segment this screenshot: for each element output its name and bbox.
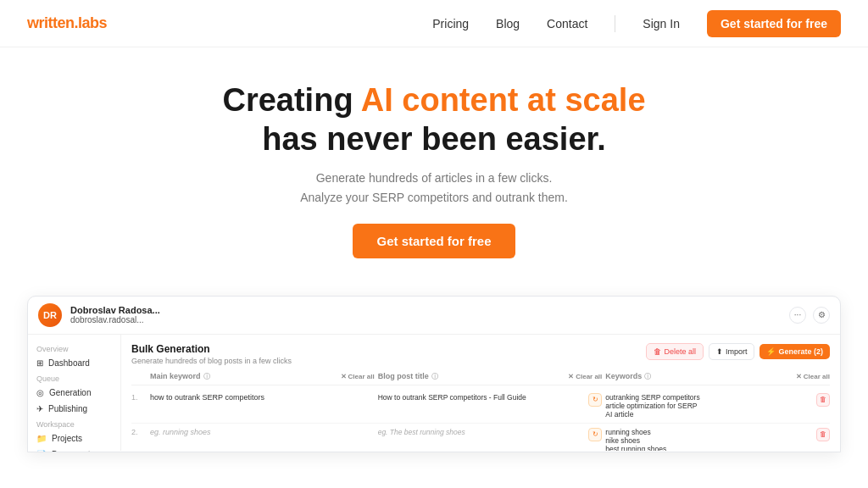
app-body: Overview ⊞ Dashboard Queue ◎ Generation …: [28, 335, 840, 451]
keyword-item: AI article: [605, 410, 699, 419]
generation-icon: ◎: [36, 388, 44, 397]
main-nav: Pricing Blog Contact Sign In Get started…: [432, 10, 841, 37]
keyword-item: outranking SERP competitors: [605, 393, 699, 402]
sidebar-item-generation[interactable]: ◎ Generation: [28, 385, 120, 401]
row-delete-button[interactable]: 🗑: [816, 393, 830, 407]
col-keyword-header: Main keyword ⓘ ✕ Clear all: [150, 372, 375, 381]
row-number: 2.: [131, 428, 147, 436]
col2-info-icon: ⓘ: [431, 372, 438, 381]
col-title-header: Blog post title ⓘ ✕ Clear all: [378, 372, 603, 381]
sidebar-item-publishing[interactable]: ✈ Publishing: [28, 401, 120, 417]
bulk-description: Generate hundreds of blog posts in a few…: [131, 357, 292, 365]
app-bar-user: Dobroslav Radosa... dobroslav.radosal...: [70, 305, 781, 324]
app-preview: DR Dobroslav Radosa... dobroslav.radosal…: [27, 296, 841, 452]
nav-contact[interactable]: Contact: [547, 17, 587, 30]
app-main: Bulk Generation Generate hundreds of blo…: [121, 335, 840, 451]
hero-subtitle: Generate hundreds of articles in a few c…: [17, 169, 851, 207]
keyword-item: nike shoes: [605, 436, 666, 445]
hero-title-orange: AI content at scale: [361, 82, 646, 118]
row-keyword: how to outrank SERP competitors: [150, 393, 375, 402]
logo: written.labs: [27, 14, 107, 32]
keyword-item: running shoes: [605, 428, 666, 436]
trash-icon: 🗑: [654, 347, 661, 356]
logo-labs: labs: [78, 14, 107, 31]
row-keywords-cell: running shoes nike shoes best running sh…: [605, 428, 830, 451]
dashboard-icon: ⊞: [36, 358, 43, 368]
row-action-button[interactable]: ↻: [588, 393, 602, 407]
nav-divider: [615, 15, 615, 32]
keywords-list: running shoes nike shoes best running sh…: [605, 428, 666, 451]
hero-title: Creating AI content at scale has never b…: [17, 81, 851, 158]
hero-section: Creating AI content at scale has never b…: [0, 47, 868, 279]
row-number: 1.: [131, 393, 147, 402]
bulk-header: Bulk Generation Generate hundreds of blo…: [131, 343, 830, 365]
app-bar: DR Dobroslav Radosa... dobroslav.radosal…: [28, 297, 840, 335]
dots-icon[interactable]: ···: [789, 307, 806, 324]
col3-info-icon: ⓘ: [644, 372, 651, 381]
clear-icon3: ✕: [796, 373, 802, 380]
row-delete-button[interactable]: 🗑: [816, 428, 830, 441]
nav-blog[interactable]: Blog: [496, 17, 520, 30]
col1-info-icon: ⓘ: [203, 372, 210, 381]
bulk-actions: 🗑 Delete all ⬆ Import ⚡ Generate (2): [646, 343, 830, 360]
header: written.labs Pricing Blog Contact Sign I…: [0, 0, 868, 47]
import-icon: ⬆: [716, 347, 723, 356]
hero-cta-button[interactable]: Get started for free: [353, 224, 515, 258]
sidebar-item-projects[interactable]: 📁 Projects: [28, 430, 120, 446]
import-button[interactable]: ⬆ Import: [709, 343, 755, 360]
hero-title-line2: has never been easier.: [262, 121, 606, 157]
bulk-title: Bulk Generation: [131, 343, 292, 355]
avatar: DR: [38, 303, 62, 327]
table-header: Main keyword ⓘ ✕ Clear all Blog post tit…: [131, 372, 830, 385]
nav-pricing[interactable]: Pricing: [432, 17, 469, 30]
projects-icon: 📁: [36, 434, 47, 443]
keywords-list: outranking SERP competitors article opti…: [605, 393, 699, 419]
row-title: How to outrank SERP competitors - Full G…: [378, 393, 603, 407]
sidebar-item-dashboard[interactable]: ⊞ Dashboard: [28, 355, 120, 371]
row-keyword: eg. running shoes: [150, 428, 375, 436]
keyword-item: best running shoes: [605, 445, 666, 451]
app-sidebar: Overview ⊞ Dashboard Queue ◎ Generation …: [28, 335, 121, 451]
publishing-icon: ✈: [36, 404, 43, 413]
sign-in-button[interactable]: Sign In: [643, 17, 680, 30]
clear-all-col1[interactable]: ✕ Clear all: [341, 373, 375, 380]
bulk-title-group: Bulk Generation Generate hundreds of blo…: [131, 343, 292, 365]
clear-all-col3[interactable]: ✕ Clear all: [796, 373, 830, 380]
user-name: Dobroslav Radosa...: [70, 305, 781, 315]
user-email: dobroslav.radosal...: [70, 315, 781, 324]
delete-all-button[interactable]: 🗑 Delete all: [646, 343, 704, 360]
clear-all-col2[interactable]: ✕ Clear all: [568, 373, 602, 380]
header-cta-button[interactable]: Get started for free: [707, 10, 841, 37]
clear-icon2: ✕: [568, 373, 574, 380]
table-row: 2. eg. running shoes eg. The best runnin…: [131, 424, 830, 451]
generate-button[interactable]: ⚡ Generate (2): [760, 344, 830, 359]
row-action-button[interactable]: ↻: [588, 428, 602, 441]
keyword-item: article optimization for SERP: [605, 402, 699, 410]
documents-icon: 📄: [36, 450, 47, 452]
overview-section-label: Overview: [28, 341, 120, 355]
row-title: eg. The best running shoes ↻: [378, 428, 603, 441]
queue-section-label: Queue: [28, 371, 120, 385]
app-bar-icons: ··· ⚙: [789, 307, 830, 324]
col-keywords-header: Keywords ⓘ ✕ Clear all: [605, 372, 830, 381]
clear-icon: ✕: [341, 373, 347, 380]
workspace-section-label: Workspace: [28, 417, 120, 430]
logo-text: written: [27, 14, 75, 31]
row-keywords-cell: outranking SERP competitors article opti…: [605, 393, 830, 419]
generate-icon: ⚡: [766, 347, 776, 356]
sidebar-item-documents[interactable]: 📄 Documents: [28, 446, 120, 452]
hero-title-normal: Creating: [222, 82, 360, 118]
settings-icon[interactable]: ⚙: [813, 307, 830, 324]
table-row: 1. how to outrank SERP competitors How t…: [131, 389, 830, 424]
